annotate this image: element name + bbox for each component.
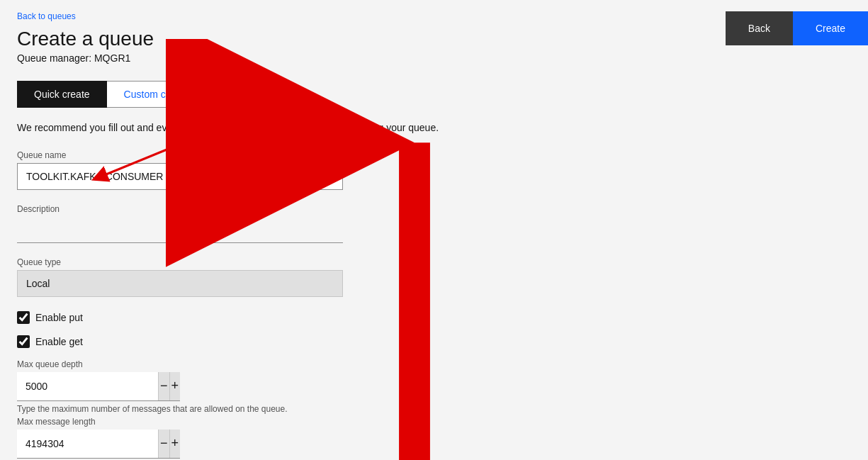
annotation-arrow-2 [0,39,829,460]
